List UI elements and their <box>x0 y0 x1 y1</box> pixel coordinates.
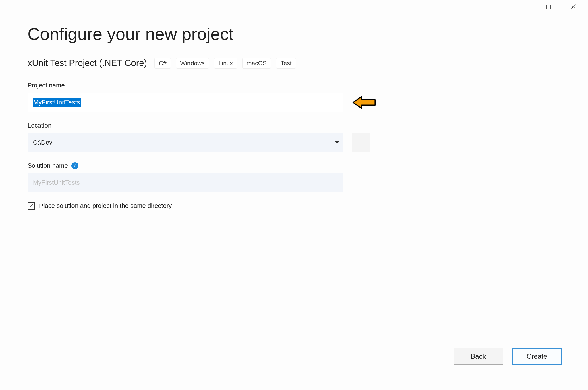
chevron-down-icon <box>335 141 339 144</box>
location-combobox[interactable]: C:\Dev <box>28 133 343 152</box>
solution-name-label: Solution name i <box>28 162 372 169</box>
dialog-content: Configure your new project xUnit Test Pr… <box>28 24 372 210</box>
solution-name-row: MyFirstUnitTests <box>28 173 372 192</box>
solution-name-placeholder: MyFirstUnitTests <box>33 179 80 186</box>
browse-label: ... <box>358 139 364 146</box>
svg-rect-1 <box>547 5 551 9</box>
project-name-input[interactable] <box>28 93 343 112</box>
template-name: xUnit Test Project (.NET Core) <box>28 58 147 68</box>
tag-type-test: Test <box>276 58 296 69</box>
check-icon: ✓ <box>29 202 34 209</box>
info-icon[interactable]: i <box>71 162 78 169</box>
tag-platform-linux: Linux <box>214 58 237 69</box>
solution-name-input: MyFirstUnitTests <box>28 173 343 192</box>
same-directory-row: ✓ Place solution and project in the same… <box>28 202 372 210</box>
create-button-label: Create <box>527 352 547 360</box>
solution-name-label-text: Solution name <box>28 162 68 169</box>
page-title: Configure your new project <box>28 24 372 44</box>
location-label: Location <box>28 122 372 129</box>
browse-button[interactable]: ... <box>352 133 370 152</box>
same-directory-label: Place solution and project in the same d… <box>39 202 172 210</box>
tag-platform-windows: Windows <box>176 58 209 69</box>
back-button-label: Back <box>471 352 486 360</box>
maximize-button[interactable] <box>542 0 555 13</box>
template-info-row: xUnit Test Project (.NET Core) C# Window… <box>28 58 372 69</box>
project-name-label: Project name <box>28 82 372 89</box>
window-controls <box>517 0 588 14</box>
same-directory-checkbox[interactable]: ✓ <box>28 202 35 210</box>
back-button[interactable]: Back <box>454 348 503 365</box>
create-button[interactable]: Create <box>512 348 562 365</box>
annotation-arrow-icon <box>352 95 376 110</box>
location-row: C:\Dev ... <box>28 133 372 152</box>
minimize-button[interactable] <box>517 0 531 13</box>
location-value: C:\Dev <box>33 139 52 146</box>
dialog-window: Configure your new project xUnit Test Pr… <box>0 0 588 390</box>
close-button[interactable] <box>567 0 580 13</box>
dialog-footer: Back Create <box>454 348 562 365</box>
tag-platform-macos: macOS <box>242 58 271 69</box>
project-name-row: MyFirstUnitTests <box>28 93 372 112</box>
tag-language: C# <box>154 58 171 69</box>
project-name-input-wrap: MyFirstUnitTests <box>28 93 343 112</box>
svg-marker-4 <box>353 96 375 108</box>
